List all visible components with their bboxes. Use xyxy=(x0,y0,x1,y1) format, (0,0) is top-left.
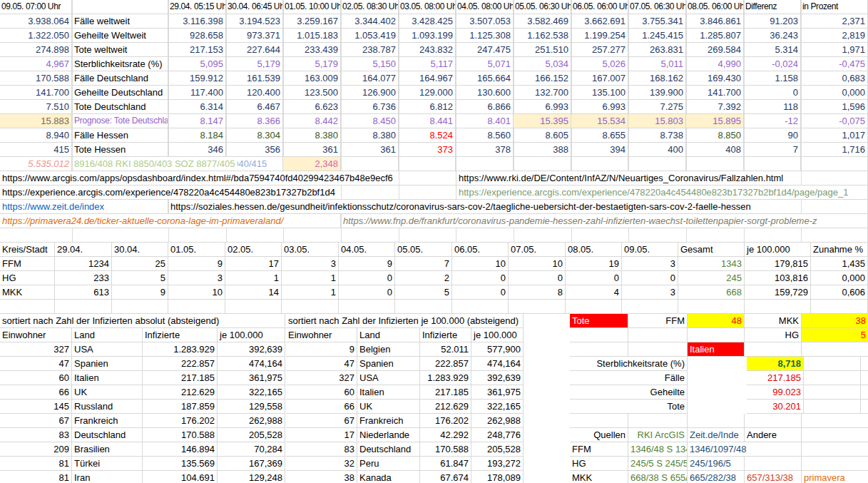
cell-text: Quellen xyxy=(593,428,626,442)
right-cell-r9-c4 xyxy=(802,442,868,457)
right-cell-r4-c0: Fälle xyxy=(570,371,688,385)
right-cell-r3-c2: 8,718 xyxy=(747,357,804,371)
kreis-cell-r4-c8 xyxy=(452,300,509,314)
cell-text: Tote xyxy=(572,314,590,327)
top-cell-r0-c10: 07.05. 06:30 Uhr xyxy=(628,0,686,14)
left-cell-r9-c2: 146.894 xyxy=(143,442,218,457)
top-cell-r3-c2: 217.153 xyxy=(168,43,226,57)
cell-text: 8916/408 RKI 8850/403 SOZ 8877/405 xyxy=(74,157,238,171)
left-cell-r11-c2: 104.691 xyxy=(143,471,218,483)
right-cell-r10-c0: HG xyxy=(570,457,628,471)
cell-text: 126.900 xyxy=(362,86,396,99)
cell-text: 141.700 xyxy=(36,86,69,99)
cell-text: Spanien xyxy=(74,357,108,370)
cell-text: 668 xyxy=(726,285,742,299)
top-cell-r2-c7: 1.125.308 xyxy=(456,29,514,43)
top-cell-r8-c2: 8.147 xyxy=(168,114,226,128)
top-cell-r8-c11: 15.895 xyxy=(686,114,744,128)
cell-text: Spanien xyxy=(359,357,394,370)
cell-text: 3.662.691 xyxy=(584,14,626,28)
url4-hyperlink-r0[interactable]: https://primavera24.de/ticker-aktuelle-c… xyxy=(0,214,341,228)
cell-text: sortiert nach Zahl der Infizierten absol… xyxy=(2,314,221,327)
cell-text: -0,024 xyxy=(772,57,798,71)
cell-text: 269.584 xyxy=(708,43,741,56)
top-cell-r8-c8: 15.395 xyxy=(514,114,571,128)
mid-cell-r9-c3: 205,528 xyxy=(471,442,524,457)
kreis-cell-r2-c9: 0 xyxy=(509,271,566,285)
cell-text: 0 xyxy=(501,271,506,285)
cell-text: 0,683 xyxy=(842,71,865,85)
cell-text: 1.162.538 xyxy=(527,29,568,42)
cell-text: 5 xyxy=(861,328,866,342)
right-cell-r11-c4: primavera xyxy=(802,471,868,483)
cell-text: Deutschland xyxy=(74,428,126,442)
cell-text: 1.245.415 xyxy=(642,29,683,42)
cell-text: 123.500 xyxy=(305,86,338,99)
kreis-cell-r3-c0: MKK xyxy=(0,285,55,300)
cell-text: 30.04. xyxy=(114,243,140,256)
cell-text: Iran xyxy=(74,471,90,483)
cell-text: 17 xyxy=(269,257,279,270)
cell-text: 274.898 xyxy=(36,43,69,56)
kreis-cell-r2-c6: 0 xyxy=(339,271,395,285)
right-cell-r5-c4 xyxy=(861,385,868,400)
top-cell-r6-c10: 139.900 xyxy=(628,86,686,100)
kreis-cell-r0-c11: 09.05. xyxy=(622,243,678,257)
cell-text: 61.847 xyxy=(440,457,469,470)
cell-text: 668/38 S 655/3 xyxy=(630,471,688,483)
mid-cell-r10-c3: 193,272 xyxy=(471,457,524,471)
top-cell-r5-c13: 0,683 xyxy=(801,71,868,86)
cell-text: 167,369 xyxy=(249,457,282,470)
cell-text: 164.967 xyxy=(419,71,453,85)
kreis-cell-r4-c11 xyxy=(622,300,678,314)
cell-text: 178,089 xyxy=(487,471,521,483)
top-cell-r10-c5: 361 xyxy=(341,143,399,157)
top-cell-r5-c7: 165.664 xyxy=(456,71,514,86)
top-cell-r9-c12: 90 xyxy=(744,128,801,143)
cell-text: 07.05. 06:30 Uhr xyxy=(630,0,686,14)
cell-text: 67 xyxy=(344,414,354,427)
cell-text: 346 xyxy=(208,143,223,156)
cell-text: HG xyxy=(2,271,16,285)
mid-cell-r3-c2: 222.857 xyxy=(420,357,471,371)
kreis-cell-r3-c5: 1 xyxy=(282,285,339,300)
right-cell-r8-c2: Zeit.de/Inde xyxy=(688,428,745,442)
cell-text: 222.857 xyxy=(435,357,469,370)
mid-cell-r6-c3: 322,165 xyxy=(471,400,524,414)
cell-text: 3.507.053 xyxy=(469,14,511,28)
cell-text: 42.292 xyxy=(440,428,469,442)
cell-text: Einwohner xyxy=(2,328,46,342)
top-cell-r4-c9: 5,026 xyxy=(571,57,628,71)
cell-text: 8.524 xyxy=(429,128,453,142)
left-cell-r8-c3: 205,528 xyxy=(218,428,285,442)
cell-text: USA xyxy=(74,342,93,356)
mid-cell-r10-c1: Peru xyxy=(357,457,420,471)
cell-text: 0,000 xyxy=(842,271,865,285)
kreis-cell-r0-c7: 05.05. xyxy=(395,243,452,257)
top-cell-r9-c10: 8.738 xyxy=(628,128,686,143)
right-cell-r9-c1: 1346/48 S 1346 xyxy=(628,442,688,457)
kreis-cell-r4-c4 xyxy=(225,300,282,314)
cell-text: 1.283.929 xyxy=(173,342,215,356)
url3-hyperlink-r0[interactable]: https://www.zeit.de/index xyxy=(0,200,168,214)
left-cell-r1-c2: Infizierte xyxy=(143,328,218,342)
cell-text: 170.588 xyxy=(435,442,469,456)
cell-text: UK xyxy=(359,400,372,413)
cell-text: 1343 xyxy=(721,257,742,270)
cell-text: 392,639 xyxy=(249,342,282,356)
cell-text: 928.658 xyxy=(190,29,223,42)
cell-text: 04.05. 08:00 Uhr xyxy=(457,0,514,14)
cell-text: 7 xyxy=(793,143,798,156)
cell-text: 577,900 xyxy=(487,342,521,356)
left-cell-r9-c1: Brasilien xyxy=(72,442,143,457)
kreis-cell-r1-c14: 1,435 xyxy=(811,257,868,271)
right-cell-r7-c3 xyxy=(745,414,802,428)
cell-text: 1.283.929 xyxy=(427,371,469,385)
cell-text: 5,034 xyxy=(545,57,568,71)
kreis-cell-r3-c12: 668 xyxy=(678,285,745,300)
top-cell-r8-c3: 8.366 xyxy=(226,114,283,128)
mid-cell-r2-c2: 52.011 xyxy=(420,342,471,357)
kreis-cell-r4-c0 xyxy=(0,300,55,314)
left-cell-r7-c2: 176.202 xyxy=(143,414,218,428)
cell-text: 3.344.402 xyxy=(354,14,396,28)
